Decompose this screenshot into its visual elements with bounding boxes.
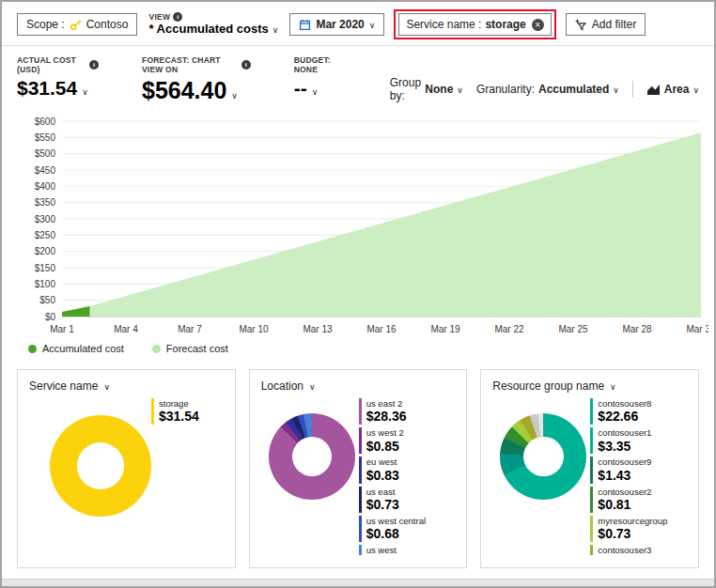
legend-text: contosouser1$3.35: [598, 427, 651, 454]
legend-name: contosouser9: [598, 456, 651, 467]
series-accumulated-cost: [62, 306, 90, 317]
date-value: Mar 2020: [316, 18, 364, 31]
legend-value: $28.36: [366, 409, 407, 425]
legend-item[interactable]: contosouser3: [590, 545, 687, 555]
chevron-down-icon: [369, 18, 376, 31]
donut-chart[interactable]: [500, 413, 586, 500]
legend-text: contosouser3: [598, 545, 651, 555]
card-title-dropdown[interactable]: Resource group name: [492, 379, 687, 393]
kpi-actual-value: $31.54: [17, 77, 77, 100]
legend-item[interactable]: us east$0.73: [359, 487, 456, 513]
legend-item[interactable]: us west: [359, 545, 456, 555]
close-icon[interactable]: [532, 19, 544, 31]
legend-swatch: [359, 427, 362, 454]
y-axis-tick: $400: [35, 181, 56, 192]
service-name-filter-pill[interactable]: Service name : storage: [398, 13, 551, 36]
legend-label: Forecast cost: [166, 343, 228, 354]
granularity-dropdown[interactable]: Granularity: Accumulated: [476, 83, 619, 96]
legend-text: storage$31.54: [159, 398, 199, 425]
donut-chart[interactable]: [50, 415, 151, 517]
group-by-dropdown[interactable]: Group by: None: [390, 76, 463, 102]
view-selector[interactable]: VIEW * Accumulated costs: [148, 12, 278, 37]
group-by-value: None: [425, 83, 453, 96]
chart-type-dropdown[interactable]: Area: [646, 83, 699, 96]
y-axis-tick: $550: [35, 132, 56, 143]
chevron-down-icon: [231, 77, 238, 104]
info-icon: [89, 60, 99, 70]
chart-legend-item-forecast-cost[interactable]: Forecast cost: [152, 343, 228, 354]
legend-swatch: [359, 545, 362, 555]
date-picker-button[interactable]: Mar 2020: [289, 13, 384, 36]
x-axis-tick: Mar 16: [366, 324, 397, 334]
legend-item[interactable]: myresourcegroup$0.73: [590, 516, 687, 542]
legend-swatch: [590, 456, 593, 483]
legend-value: $0.73: [598, 526, 667, 542]
legend-item[interactable]: contosouser8$22.66: [590, 398, 687, 425]
breakdown-cards: Service namestorage$31.54Locationus east…: [17, 369, 699, 568]
chevron-down-icon: [693, 83, 699, 96]
legend-value: $3.35: [598, 439, 651, 455]
info-icon: [241, 60, 251, 70]
chart-type-value: Area: [664, 83, 690, 96]
legend-name: contosouser8: [598, 398, 651, 409]
series-forecast-cost: [90, 132, 702, 317]
legend-value: $0.81: [598, 497, 651, 513]
legend-value: $0.68: [366, 526, 426, 542]
legend-item[interactable]: storage$31.54: [151, 398, 224, 425]
granularity-value: Accumulated: [538, 83, 609, 96]
info-icon: [173, 12, 182, 22]
legend-value: $31.54: [159, 409, 199, 425]
y-axis-tick: $200: [35, 246, 56, 256]
legend-label: Accumulated cost: [42, 343, 124, 354]
add-filter-label: Add filter: [592, 18, 636, 31]
bottom-strip: [2, 579, 714, 586]
kpi-budget[interactable]: BUDGET: NONE --: [294, 55, 347, 100]
legend-value: $1.43: [598, 468, 651, 484]
donut-chart[interactable]: [269, 413, 355, 500]
kpi-budget-value: --: [294, 77, 307, 100]
legend-swatch: [590, 398, 593, 425]
legend-text: contosouser2$0.81: [598, 487, 651, 513]
legend-swatch: [359, 487, 362, 513]
area-chart-icon: [646, 84, 661, 96]
y-axis-tick: $600: [35, 116, 56, 127]
legend-item[interactable]: contosouser9$1.43: [590, 456, 687, 483]
chart-legend: Accumulated costForecast cost: [28, 343, 714, 354]
x-axis-tick: Mar 10: [239, 324, 269, 334]
legend-value: $0.83: [366, 468, 399, 484]
card-title-dropdown[interactable]: Location: [261, 379, 456, 393]
card-title-label: Resource group name: [492, 379, 604, 393]
add-filter-button[interactable]: Add filter: [566, 13, 646, 36]
card-title-dropdown[interactable]: Service name: [29, 379, 224, 393]
legend-name: myresourcegroup: [598, 516, 667, 526]
donut-card-resource-group-name: Resource group namecontosouser8$22.66con…: [480, 369, 699, 568]
x-axis-tick: Mar 4: [114, 324, 138, 334]
legend-item[interactable]: us east 2$28.36: [359, 398, 456, 425]
legend-swatch: [590, 487, 593, 513]
legend-swatch: [359, 398, 362, 425]
view-label: VIEW: [148, 12, 170, 22]
legend-dot: [28, 345, 37, 353]
legend-swatch: [359, 516, 362, 542]
kpi-forecast-cost[interactable]: FORECAST: CHART VIEW ON $564.40: [142, 55, 251, 104]
chart-controls: Group by: None Granularity: Accumulated …: [390, 76, 699, 102]
x-axis-tick: Mar 7: [178, 324, 202, 334]
legend-item[interactable]: contosouser2$0.81: [590, 487, 687, 513]
chevron-down-icon: [82, 77, 88, 100]
kpi-actual-cost[interactable]: ACTUAL COST (USD) $31.54: [17, 55, 99, 100]
legend-item[interactable]: us west 2$0.85: [359, 427, 456, 454]
cost-analysis-page: Scope : Contoso VIEW * Accumulated costs: [0, 0, 716, 588]
legend-text: us east 2$28.36: [366, 398, 407, 425]
kpi-forecast-label: FORECAST: CHART VIEW ON: [142, 55, 238, 74]
legend-item[interactable]: contosouser1$3.35: [590, 427, 687, 454]
legend-item[interactable]: eu west$0.83: [359, 456, 456, 483]
chevron-down-icon: [309, 379, 316, 393]
scope-button[interactable]: Scope : Contoso: [17, 13, 137, 36]
legend-swatch: [590, 427, 593, 454]
donut-card-location: Locationus east 2$28.36us west 2$0.85eu …: [249, 369, 468, 568]
chart-legend-item-accumulated-cost[interactable]: Accumulated cost: [28, 343, 124, 354]
add-filter-icon: [575, 19, 587, 31]
y-axis-tick: $50: [39, 295, 55, 305]
scope-label: Scope :: [26, 18, 65, 31]
legend-item[interactable]: us west central$0.68: [359, 516, 456, 542]
